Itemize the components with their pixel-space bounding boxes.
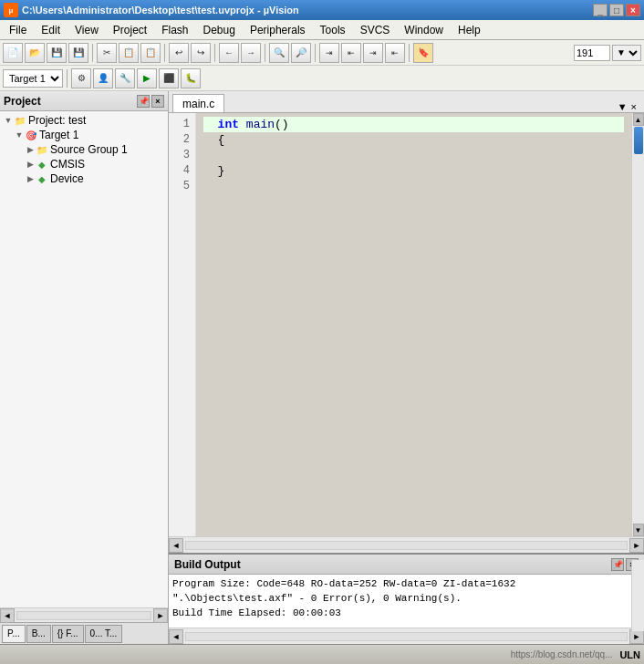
maximize-button[interactable]: □	[609, 4, 624, 16]
tb-undo[interactable]: ↩	[169, 43, 189, 63]
tb-bookmark[interactable]: 🔖	[413, 43, 433, 63]
tree-item-device[interactable]: ▶ ◆ Device	[0, 171, 168, 186]
tree-toggle-cmsis[interactable]: ▶	[26, 160, 35, 169]
tb-paste[interactable]: 📋	[140, 43, 161, 63]
menu-help[interactable]: Help	[451, 22, 488, 38]
code-line-4: }	[203, 163, 624, 179]
tb-save[interactable]: 💾	[47, 43, 67, 63]
editor-hscroll-right[interactable]: ►	[629, 538, 644, 553]
build-output-panel: Build Output 📌 × Program Size: Code=648 …	[169, 553, 644, 644]
tree-toggle-project[interactable]: ▼	[4, 116, 13, 125]
editor-hscroll-track[interactable]	[185, 541, 628, 550]
tree-item-srcgrp[interactable]: ▶ 📁 Source Group 1	[0, 142, 168, 157]
tb-indent2[interactable]: ⇥	[363, 43, 383, 63]
build-pin-button[interactable]: 📌	[611, 558, 624, 571]
menu-svcs[interactable]: SVCS	[353, 22, 398, 38]
tb-cut[interactable]: ✂	[97, 43, 117, 63]
menu-project[interactable]: Project	[106, 22, 154, 38]
project-panel: Project 📌 × ▼ 📁 Project: test ▼ 🎯	[0, 91, 169, 644]
editor-hscroll-left[interactable]: ◄	[169, 538, 183, 553]
code-editor[interactable]: int main() { }	[196, 113, 631, 536]
tb-copy[interactable]: 📋	[119, 43, 139, 63]
editor-vscroll-up[interactable]: ▲	[633, 113, 644, 126]
menu-peripherals[interactable]: Peripherals	[243, 22, 313, 38]
menu-view[interactable]: View	[68, 22, 106, 38]
menu-edit[interactable]: Edit	[34, 22, 68, 38]
editor-tab-mainc[interactable]: main.c	[172, 94, 224, 112]
tb-nav-back[interactable]: ←	[219, 43, 239, 63]
proj-tab-templates[interactable]: 0... T...	[85, 625, 123, 643]
project-icon: 📁	[14, 114, 26, 127]
tb-settings[interactable]: ⚙	[71, 68, 91, 88]
build-line-2: ".\Objects\test.axf" - 0 Error(s), 0 War…	[172, 591, 640, 606]
project-hscroll-left[interactable]: ◄	[0, 608, 15, 623]
tree-toggle-device[interactable]: ▶	[26, 174, 35, 183]
tb-nav-fwd[interactable]: →	[241, 43, 261, 63]
project-bottom-tabs: P... B... {} F... 0... T...	[0, 622, 168, 644]
tb-debug[interactable]: 🐛	[181, 68, 201, 88]
tb-new[interactable]: 📄	[3, 43, 23, 63]
tb-user[interactable]: 👤	[93, 68, 113, 88]
tree-label-srcgrp: Source Group 1	[50, 143, 128, 156]
right-panel: main.c ▼ × 1 2 3 4 5	[169, 91, 644, 644]
panel-close-button[interactable]: ×	[151, 95, 164, 108]
menu-bar: File Edit View Project Flash Debug Perip…	[0, 20, 644, 40]
minimize-button[interactable]: _	[593, 4, 608, 16]
tree-item-target1[interactable]: ▼ 🎯 Target 1	[0, 128, 168, 142]
sep2	[164, 44, 165, 62]
ln-5: 5	[174, 179, 190, 194]
tab-close-icon[interactable]: ×	[631, 101, 637, 112]
menu-file[interactable]: File	[2, 22, 34, 38]
target1-icon: 🎯	[25, 129, 37, 141]
tb-outdent2[interactable]: ⇤	[385, 43, 405, 63]
tb-find2[interactable]: 🔎	[291, 43, 311, 63]
tb-outdent[interactable]: ⇤	[341, 43, 361, 63]
sep1	[92, 44, 93, 62]
tree-toggle-target1[interactable]: ▼	[15, 130, 24, 140]
editor-hscroll: ◄ ►	[169, 536, 644, 553]
sep3	[214, 44, 215, 62]
editor-vscroll-down[interactable]: ▼	[633, 524, 644, 536]
proj-tab-functions[interactable]: {} F...	[52, 625, 84, 643]
editor-area: main.c ▼ × 1 2 3 4 5	[169, 91, 644, 553]
target-select[interactable]: Target 1	[3, 69, 63, 88]
tab-dropdown-icon[interactable]: ▼	[618, 101, 628, 112]
tree-item-project[interactable]: ▼ 📁 Project: test	[0, 113, 168, 128]
tb-indent[interactable]: ⇥	[319, 43, 339, 63]
editor-vscroll[interactable]: ▲ ▼	[631, 113, 644, 536]
title-bar: μ C:\Users\Administrator\Desktop\test\te…	[0, 0, 644, 20]
ln-2: 2	[174, 132, 190, 148]
proj-tab-project[interactable]: P...	[2, 625, 26, 643]
title-bar-buttons: _ □ ×	[593, 4, 640, 16]
build-hscroll-left[interactable]: ◄	[169, 629, 183, 644]
tb-save-all[interactable]: 💾	[68, 43, 88, 63]
editor-vscroll-track	[633, 126, 644, 524]
tb-download[interactable]: ⬛	[159, 68, 179, 88]
tree-item-cmsis[interactable]: ▶ ◆ CMSIS	[0, 157, 168, 171]
tb-build[interactable]: ▶	[137, 68, 157, 88]
tree-toggle-srcgrp[interactable]: ▶	[26, 145, 35, 154]
tb-rebuild[interactable]: 🔧	[115, 68, 135, 88]
tb-open[interactable]: 📂	[25, 43, 45, 63]
menu-debug[interactable]: Debug	[196, 22, 243, 38]
project-hscroll-right[interactable]: ►	[153, 608, 168, 623]
app-icon: μ	[4, 3, 18, 17]
toolbar-num-input[interactable]	[574, 45, 610, 61]
menu-flash[interactable]: Flash	[154, 22, 195, 38]
close-button[interactable]: ×	[626, 4, 640, 16]
editor-inner: 1 2 3 4 5 int main() { }	[169, 113, 644, 536]
panel-pin-button[interactable]: 📌	[137, 95, 150, 108]
build-hscroll-track[interactable]	[185, 632, 628, 641]
toolbar-num-select[interactable]: ▼	[612, 45, 641, 61]
menu-window[interactable]: Window	[397, 22, 451, 38]
device-icon: ◆	[36, 172, 48, 185]
tb-redo[interactable]: ↪	[191, 43, 211, 63]
menu-tools[interactable]: Tools	[313, 22, 353, 38]
window-title: C:\Users\Administrator\Desktop\test\test…	[22, 5, 299, 16]
build-vscroll[interactable]	[631, 560, 644, 631]
code-line-2: {	[203, 132, 624, 148]
status-right: https://blog.csdn.net/qq... ULN	[511, 649, 640, 660]
tb-find[interactable]: 🔍	[269, 43, 289, 63]
proj-tab-books[interactable]: B...	[26, 625, 51, 643]
project-hscroll-track[interactable]	[16, 611, 151, 620]
